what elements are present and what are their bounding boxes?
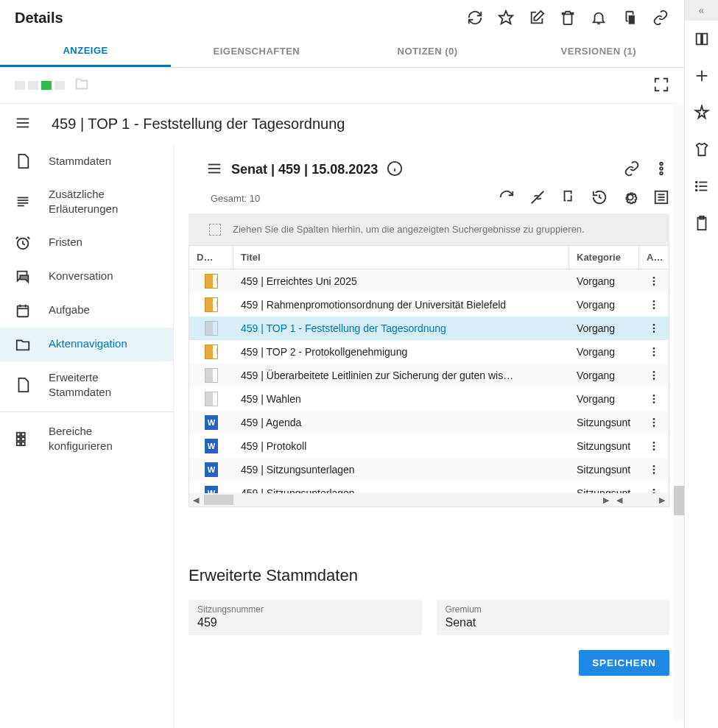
collapse-rail-icon[interactable]: « bbox=[685, 0, 718, 21]
row-actions-icon[interactable] bbox=[639, 272, 669, 290]
table-row[interactable]: W459 | SitzungsunterlagenSitzungsunt bbox=[189, 481, 669, 493]
svg-rect-16 bbox=[21, 433, 25, 437]
table-row[interactable]: 459 | WahlenVorgang bbox=[189, 387, 669, 411]
row-category: Sitzungsunt bbox=[569, 461, 639, 478]
table-row[interactable]: 459 | Überarbeitete Leitlinien zur Siche… bbox=[189, 364, 669, 387]
edit-icon[interactable] bbox=[528, 9, 546, 26]
unlink-icon[interactable] bbox=[529, 189, 546, 208]
horizontal-scrollbar[interactable]: ◀▶◀▶ bbox=[189, 493, 669, 506]
table-row[interactable]: W459 | AgendaSitzungsunt bbox=[189, 411, 669, 434]
row-title: 459 | Wahlen bbox=[233, 390, 569, 408]
field-value: Senat bbox=[446, 616, 661, 629]
row-actions-icon[interactable] bbox=[639, 461, 669, 478]
field-gremium[interactable]: Gremium Senat bbox=[437, 600, 670, 635]
row-actions-icon[interactable] bbox=[639, 367, 669, 384]
refresh-icon[interactable] bbox=[499, 189, 515, 208]
fullscreen-icon[interactable] bbox=[653, 77, 669, 95]
svg-point-65 bbox=[653, 492, 655, 493]
sidebar-item-aufgabe[interactable]: Aufgabe bbox=[0, 294, 173, 328]
sidebar-item-bereiche[interactable]: Bereiche konfigurieren bbox=[0, 415, 173, 463]
rail-clipboard-icon[interactable] bbox=[685, 205, 718, 241]
svg-point-44 bbox=[653, 328, 655, 330]
svg-point-64 bbox=[653, 489, 655, 491]
paste-icon[interactable] bbox=[560, 189, 577, 208]
bell-icon[interactable] bbox=[590, 9, 608, 26]
link-icon[interactable] bbox=[652, 9, 669, 26]
rail-book-icon[interactable] bbox=[685, 21, 718, 57]
nav-menu-icon[interactable] bbox=[206, 160, 222, 179]
sidebar-item-label: Erweiterte Stammdaten bbox=[49, 370, 158, 400]
field-label: Sitzungsnummer bbox=[197, 604, 413, 615]
row-actions-icon[interactable] bbox=[639, 390, 669, 408]
col-header-title[interactable]: Titel bbox=[233, 246, 569, 269]
save-button[interactable]: SPEICHERN bbox=[579, 650, 669, 676]
nav-more-icon[interactable] bbox=[653, 160, 669, 179]
sidebar-item-fristen[interactable]: Fristen bbox=[0, 226, 173, 260]
results-table: D… Titel Kategorie A… 459 | Erreichtes U… bbox=[189, 245, 669, 507]
row-actions-icon[interactable] bbox=[639, 484, 669, 493]
tab-eigenschaften[interactable]: EIGENSCHAFTEN bbox=[171, 35, 342, 67]
delete-icon[interactable] bbox=[559, 9, 577, 26]
row-category: Vorgang bbox=[569, 343, 639, 361]
star-icon[interactable] bbox=[497, 9, 515, 26]
row-actions-icon[interactable] bbox=[639, 437, 669, 455]
rail-shirt-icon[interactable] bbox=[685, 131, 718, 168]
sidebar-item-aktennavigation[interactable]: Aktennavigation bbox=[0, 328, 173, 361]
svg-point-52 bbox=[653, 395, 655, 397]
field-sitzungsnummer[interactable]: Sitzungsnummer 459 bbox=[189, 600, 422, 635]
svg-rect-15 bbox=[17, 433, 21, 437]
group-drop-hint[interactable]: Ziehen Sie die Spalten hierhin, um die a… bbox=[189, 213, 669, 245]
col-header-actions[interactable]: A… bbox=[639, 246, 669, 269]
row-type-icon bbox=[189, 318, 233, 339]
row-title: 459 | Agenda bbox=[233, 414, 569, 431]
sidebar-item-konversation[interactable]: Konversation bbox=[0, 260, 173, 294]
alarm-icon bbox=[15, 235, 31, 251]
menu-icon[interactable] bbox=[9, 109, 37, 139]
col-header-icon[interactable]: D… bbox=[189, 246, 233, 269]
table-row[interactable]: 459 | Erreichtes Uni 2025Vorgang bbox=[189, 269, 669, 293]
table-row[interactable]: 459 | TOP 1 - Feststellung der Tagesordn… bbox=[189, 317, 669, 340]
tab-anzeige[interactable]: ANZEIGE bbox=[0, 35, 171, 67]
history-icon[interactable] bbox=[591, 189, 608, 208]
table-row[interactable]: 459 | Rahmenpromotionsordnung der Univer… bbox=[189, 293, 669, 317]
record-title: 459 | TOP 1 - Feststellung der Tagesordn… bbox=[52, 116, 345, 132]
tab-notizen[interactable]: NOTIZEN (0) bbox=[342, 35, 513, 67]
refresh-icon[interactable] bbox=[466, 9, 484, 26]
row-actions-icon[interactable] bbox=[639, 296, 669, 314]
svg-point-62 bbox=[653, 469, 655, 471]
table-row[interactable]: W459 | SitzungsunterlagenSitzungsunt bbox=[189, 458, 669, 481]
row-type-icon: W bbox=[189, 483, 233, 493]
nav-link-icon[interactable] bbox=[624, 160, 640, 179]
sidebar: Stammdaten Zusätzliche Erläuterungen Fri… bbox=[0, 144, 174, 728]
sidebar-item-erweiterte[interactable]: Erweiterte Stammdaten bbox=[0, 361, 173, 409]
vertical-scrollbar[interactable] bbox=[674, 103, 684, 721]
row-actions-icon[interactable] bbox=[639, 319, 669, 337]
svg-point-61 bbox=[653, 465, 655, 467]
col-header-category[interactable]: Kategorie bbox=[569, 246, 639, 269]
svg-point-49 bbox=[653, 371, 655, 373]
rail-star-icon[interactable] bbox=[685, 94, 718, 131]
row-actions-icon[interactable] bbox=[639, 343, 669, 361]
rail-add-icon[interactable] bbox=[685, 57, 718, 94]
gear-icon[interactable] bbox=[622, 189, 638, 208]
row-title: 459 | Rahmenpromotionsordnung der Univer… bbox=[233, 296, 569, 314]
svg-point-40 bbox=[653, 300, 655, 303]
list-icon[interactable] bbox=[653, 189, 669, 208]
tab-versionen[interactable]: VERSIONEN (1) bbox=[513, 35, 684, 67]
table-row[interactable]: W459 | ProtokollSitzungsunt bbox=[189, 434, 669, 458]
sidebar-item-label: Aktennavigation bbox=[49, 336, 127, 351]
row-type-icon bbox=[189, 365, 233, 386]
info-icon[interactable] bbox=[387, 160, 403, 179]
svg-point-74 bbox=[695, 190, 697, 191]
table-row[interactable]: 459 | TOP 2 - ProtokollgenehmigungVorgan… bbox=[189, 340, 669, 364]
sidebar-item-stammdaten[interactable]: Stammdaten bbox=[0, 144, 173, 178]
row-category: Vorgang bbox=[569, 296, 639, 314]
sidebar-item-erlauterungen[interactable]: Zusätzliche Erläuterungen bbox=[0, 178, 173, 226]
row-actions-icon[interactable] bbox=[639, 414, 669, 431]
rail-list-icon[interactable] bbox=[685, 168, 718, 205]
row-category: Sitzungsunt bbox=[569, 437, 639, 455]
svg-point-53 bbox=[653, 398, 655, 400]
vertical-scrollbar-thumb[interactable] bbox=[674, 486, 684, 515]
svg-rect-11 bbox=[18, 305, 29, 317]
paste-icon[interactable] bbox=[621, 9, 638, 26]
